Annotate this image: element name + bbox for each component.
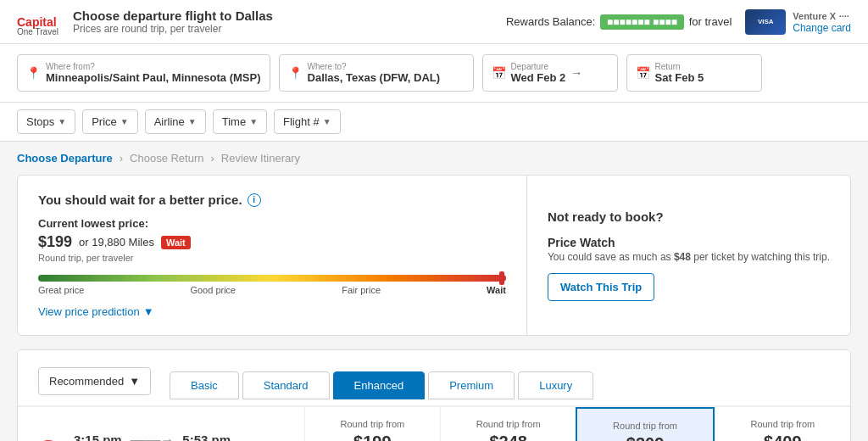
rewards-suffix: for travel [689,15,732,28]
flight-times: 3:15 pm ––––→ 5:53 pm [74,433,231,442]
stops-chevron-icon: ▼ [58,117,66,126]
departure-label: Departure [511,62,566,71]
card-area: VISA Venture X ···· Change card [745,9,851,35]
to-label: Where to? [308,62,441,71]
flight-num-chevron-icon: ▼ [323,117,331,126]
breadcrumb-step1[interactable]: Choose Departure [17,152,113,165]
price-bar-indicator [499,271,504,285]
tab-standard[interactable]: Standard [242,371,330,399]
fare-option-standard[interactable]: Round trip from $248 24,780 Miles Main [440,407,576,441]
card-icon-text: VISA [758,18,774,25]
from-label: Where from? [46,62,261,71]
price-miles: or 19,880 Miles [79,236,154,248]
rewards-balance: ■■■■■■■ ■■■■ [600,14,684,30]
price-bar [38,275,506,282]
breadcrumb-arrow1: › [120,152,123,165]
airline-label: Airline [154,115,185,128]
card-icon: VISA [745,9,786,35]
prediction-title: You should wait for a better price. i [38,193,506,207]
price-bar-container: Great price Good price Fair price Wait [38,275,506,295]
sort-dropdown[interactable]: Recommended ▼ [38,367,151,395]
fare-label-1: Round trip from [451,419,565,429]
arrive-time: 5:53 pm [182,433,231,441]
return-group: Return Sat Feb 5 [655,62,704,84]
departure-field[interactable]: 📅 Departure Wed Feb 2 → [482,54,618,92]
location-icon: 📍 [26,66,41,80]
prediction-card: You should wait for a better price. i Cu… [17,175,851,336]
stops-filter[interactable]: Stops ▼ [17,109,75,134]
header-title: Choose departure flight to Dallas Prices… [73,8,273,35]
flight-row: DL 3:15 pm ––––→ 5:53 pm Delta MSP - DFW… [18,406,850,441]
time-label: Time [222,115,246,128]
fare-option-premium[interactable]: Round trip from $409 40,880 Miles First [715,407,850,441]
save-amount: $48 [674,251,691,263]
price-line: $199 or 19,880 Miles Wait [38,233,506,251]
flight-info: DL 3:15 pm ––––→ 5:53 pm Delta MSP - DFW… [18,407,304,441]
filter-bar: Stops ▼ Price ▼ Airline ▼ Time ▼ Flight … [0,103,868,142]
page-title: Choose departure flight to Dallas [73,8,273,23]
fare-price-2: $309 [587,434,702,441]
tab-luxury[interactable]: Luxury [518,371,593,399]
destination-icon: 📍 [288,66,303,80]
svg-text:One Travel: One Travel [17,27,58,35]
price-amount: $199 [38,233,72,251]
price-watch-desc: You could save as much as $48 per ticket… [548,249,830,265]
airline-chevron-icon: ▼ [188,117,197,126]
from-field[interactable]: 📍 Where from? Minneapolis/Saint Paul, Mi… [17,54,270,92]
flight-num-filter[interactable]: Flight # ▼ [274,109,341,134]
sort-chevron-icon: ▼ [129,375,140,388]
airline-filter[interactable]: Airline ▼ [145,109,206,134]
from-group: Where from? Minneapolis/Saint Paul, Minn… [46,62,261,84]
departure-calendar-icon: 📅 [492,66,506,80]
fare-price-3: $409 [726,433,840,441]
flight-arrow-icon: ––––→ [131,433,175,442]
current-price-label: Current lowest price: [38,217,148,230]
view-prediction-button[interactable]: View price prediction ▼ [38,305,506,318]
page-subtitle: Prices are round trip, per traveler [73,23,273,35]
tab-basic[interactable]: Basic [170,371,239,399]
bar-label-fair: Fair price [342,285,381,295]
fare-price-0: $199 [315,433,430,441]
fare-price-1: $248 [451,433,565,441]
card-info: Venture X ···· Change card [793,9,851,34]
bar-label-great: Great price [38,285,84,295]
breadcrumb-arrow2: › [211,152,214,165]
sort-label: Recommended [49,375,124,388]
return-field[interactable]: 📅 Return Sat Feb 5 [626,54,762,92]
price-filter[interactable]: Price ▼ [82,109,138,134]
fare-options: Round trip from $199 19,880 Miles Basic … [304,407,850,441]
wait-badge: Wait [161,236,191,249]
depart-time: 3:15 pm [74,433,122,441]
rewards-section: Rewards Balance: ■■■■■■■ ■■■■ for travel [506,14,732,30]
return-calendar-icon: 📅 [636,66,650,80]
price-bar-labels: Great price Good price Fair price Wait [38,285,506,295]
page-header: Capital One Travel Choose departure flig… [0,0,868,44]
departure-value: Wed Feb 2 [511,71,566,84]
logo[interactable]: Capital One Travel [17,9,59,35]
prediction-right: Not ready to book? Price Watch You could… [526,176,850,335]
to-value: Dallas, Texas (DFW, DAL) [308,71,441,84]
fare-option-basic[interactable]: Round trip from $199 19,880 Miles Basic [304,407,440,441]
tab-premium[interactable]: Premium [428,371,515,399]
return-value: Sat Feb 5 [655,71,704,84]
info-icon[interactable]: i [248,193,261,207]
stops-label: Stops [26,115,54,128]
time-chevron-icon: ▼ [249,117,258,126]
watch-trip-button[interactable]: Watch This Trip [548,273,654,301]
fare-label-3: Round trip from [726,419,840,429]
fare-section: Recommended ▼ Basic Standard Enhanced Pr… [17,349,851,441]
to-group: Where to? Dallas, Texas (DFW, DAL) [308,62,441,84]
bar-label-wait: Wait [487,285,506,295]
price-sub: Round trip, per traveler [38,253,506,263]
fare-label-2: Round trip from [587,421,702,431]
fare-option-enhanced[interactable]: Round trip from $309 30,881 Miles Comfor… [576,407,714,441]
breadcrumb-step2: Choose Return [130,152,203,165]
time-filter[interactable]: Time ▼ [213,109,267,134]
change-card-button[interactable]: Change card [793,22,851,34]
to-field[interactable]: 📍 Where to? Dallas, Texas (DFW, DAL) [279,54,474,92]
header-left: Capital One Travel Choose departure flig… [17,8,273,35]
prediction-left: You should wait for a better price. i Cu… [18,176,526,335]
price-label: Price [92,115,117,128]
breadcrumb-step3: Review Itinerary [221,152,300,165]
tab-enhanced[interactable]: Enhanced [333,371,426,399]
